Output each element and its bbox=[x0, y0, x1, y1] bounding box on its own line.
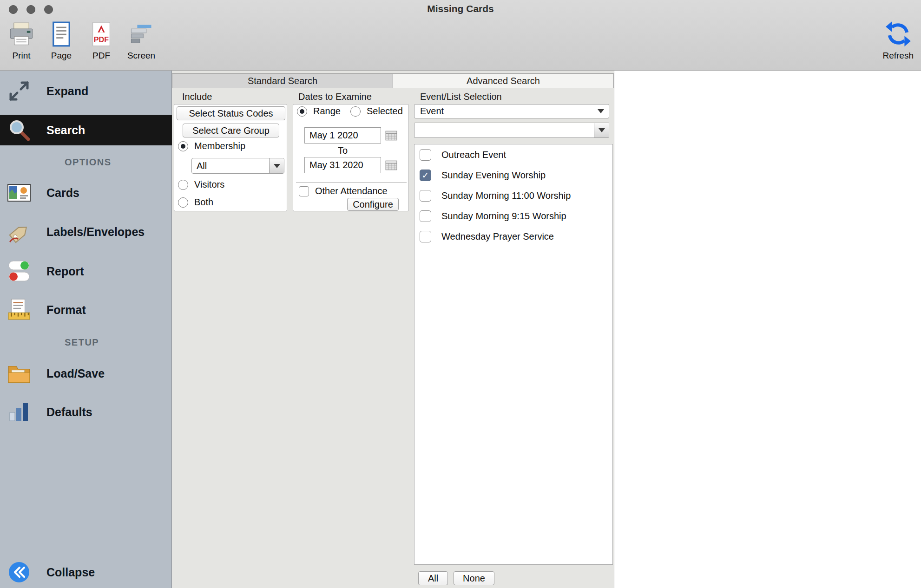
range-radio-row[interactable]: Range bbox=[297, 106, 341, 117]
sidebar-item-label: Collapse bbox=[46, 566, 95, 579]
date-from-input[interactable] bbox=[304, 127, 381, 144]
select-all-button[interactable]: All bbox=[418, 571, 448, 585]
sidebar: Expand Search OPTIONS Cards bbox=[0, 71, 172, 588]
sidebar-item-expand[interactable]: Expand bbox=[0, 76, 172, 106]
sidebar-item-label: Load/Save bbox=[46, 367, 105, 380]
visitors-radio[interactable] bbox=[178, 180, 188, 190]
search-content-area: Include Dates to Examine Event/List Sele… bbox=[172, 71, 614, 588]
event-label: Outreach Event bbox=[441, 150, 506, 160]
sidebar-divider bbox=[0, 552, 172, 552]
event-type-value: Event bbox=[420, 106, 444, 117]
chevron-down-icon[interactable] bbox=[594, 123, 609, 137]
folder-icon bbox=[6, 360, 32, 386]
sidebar-item-label: Labels/Envelopes bbox=[46, 225, 145, 239]
range-radio-label: Range bbox=[313, 106, 341, 117]
pdf-icon: PDF bbox=[88, 21, 114, 49]
membership-radio[interactable] bbox=[178, 141, 188, 151]
pdf-button[interactable]: PDF PDF bbox=[86, 21, 116, 61]
sidebar-item-collapse[interactable]: Collapse bbox=[0, 557, 172, 587]
results-panel bbox=[614, 71, 921, 588]
both-radio-row[interactable]: Both bbox=[178, 197, 213, 208]
collapse-chevrons-icon bbox=[6, 559, 32, 585]
event-checkbox[interactable] bbox=[420, 210, 431, 222]
sidebar-item-label: Search bbox=[46, 124, 85, 137]
chevron-down-icon[interactable] bbox=[269, 158, 284, 173]
print-label: Print bbox=[12, 51, 30, 61]
screen-button[interactable]: Screen bbox=[126, 21, 156, 61]
visitors-radio-label: Visitors bbox=[194, 179, 224, 190]
sidebar-section-setup: SETUP bbox=[65, 337, 99, 348]
sidebar-item-labels-envelopes[interactable]: Labels/Envelopes bbox=[0, 217, 172, 247]
dates-panel: Range Selected To bbox=[293, 104, 409, 211]
date-picker-icon[interactable] bbox=[385, 160, 397, 171]
sidebar-item-label: Report bbox=[46, 265, 84, 278]
refresh-button[interactable]: Refresh bbox=[882, 20, 914, 61]
tag-icon bbox=[6, 219, 32, 245]
screen-label: Screen bbox=[127, 51, 155, 61]
refresh-label: Refresh bbox=[882, 51, 914, 61]
event-checkbox[interactable] bbox=[420, 170, 431, 181]
event-list-box: Outreach Event Sunday Evening Worship Su… bbox=[414, 144, 613, 565]
print-button[interactable]: Print bbox=[7, 21, 36, 61]
event-row[interactable]: Outreach Event bbox=[414, 144, 612, 165]
select-care-group-button[interactable]: Select Care Group bbox=[183, 124, 279, 137]
event-type-select[interactable]: Event bbox=[414, 104, 609, 118]
sidebar-item-report[interactable]: Report bbox=[0, 256, 172, 286]
selected-radio-label: Selected bbox=[367, 106, 403, 117]
sidebar-item-label: Defaults bbox=[46, 405, 92, 419]
event-checkbox[interactable] bbox=[420, 149, 431, 161]
other-attendance-row[interactable]: Other Attendance bbox=[299, 186, 388, 196]
range-radio[interactable] bbox=[297, 106, 307, 117]
page-button[interactable]: Page bbox=[46, 21, 76, 61]
chevron-down-icon bbox=[598, 109, 604, 113]
tab-advanced-search[interactable]: Advanced Search bbox=[393, 73, 614, 88]
visitors-radio-row[interactable]: Visitors bbox=[178, 179, 224, 190]
date-picker-icon[interactable] bbox=[385, 130, 397, 141]
selected-radio-row[interactable]: Selected bbox=[350, 106, 403, 117]
sidebar-item-defaults[interactable]: Defaults bbox=[0, 397, 172, 427]
other-attendance-checkbox[interactable] bbox=[299, 186, 309, 196]
sidebar-item-format[interactable]: Format bbox=[0, 295, 172, 325]
sidebar-section-options: OPTIONS bbox=[65, 157, 112, 168]
event-row[interactable]: Sunday Morning 11:00 Worship bbox=[414, 185, 612, 206]
selected-radio[interactable] bbox=[350, 106, 361, 117]
svg-text:PDF: PDF bbox=[94, 35, 109, 44]
tab-standard-search[interactable]: Standard Search bbox=[172, 73, 393, 88]
configure-button[interactable]: Configure bbox=[347, 198, 399, 211]
membership-type-dropdown[interactable]: All bbox=[191, 158, 284, 174]
event-label: Wednesday Prayer Service bbox=[441, 231, 554, 242]
page-icon bbox=[48, 21, 74, 49]
other-attendance-label: Other Attendance bbox=[315, 186, 388, 196]
event-filter-combo[interactable] bbox=[414, 123, 609, 138]
event-label: Sunday Evening Worship bbox=[441, 170, 546, 181]
select-status-codes-button[interactable]: Select Status Codes bbox=[177, 106, 285, 120]
membership-type-value: All bbox=[192, 158, 269, 173]
window-title: Missing Cards bbox=[0, 3, 921, 14]
pdf-label: PDF bbox=[92, 51, 110, 61]
membership-radio-label: Membership bbox=[194, 141, 245, 151]
event-row[interactable]: Sunday Evening Worship bbox=[414, 165, 612, 185]
event-label: Sunday Morning 11:00 Worship bbox=[441, 190, 571, 201]
event-list-header: Event/List Selection bbox=[420, 91, 502, 102]
sidebar-item-search[interactable]: Search bbox=[0, 115, 172, 145]
event-label: Sunday Morning 9:15 Worship bbox=[441, 211, 566, 222]
event-checkbox[interactable] bbox=[420, 190, 431, 202]
sidebar-item-load-save[interactable]: Load/Save bbox=[0, 359, 172, 388]
date-to-input[interactable] bbox=[304, 157, 381, 173]
dates-header: Dates to Examine bbox=[298, 91, 372, 102]
expand-arrows-icon bbox=[6, 78, 32, 104]
event-filter-input[interactable] bbox=[414, 123, 594, 137]
both-radio[interactable] bbox=[178, 197, 188, 208]
bar-chart-icon bbox=[6, 399, 32, 425]
toggle-switches-icon bbox=[6, 258, 32, 284]
event-row[interactable]: Wednesday Prayer Service bbox=[414, 226, 612, 247]
page-label: Page bbox=[51, 51, 72, 61]
select-none-button[interactable]: None bbox=[454, 571, 494, 585]
toolbar: Print Page PDF bbox=[7, 21, 156, 61]
sidebar-item-cards[interactable]: Cards bbox=[0, 178, 172, 208]
sidebar-item-label: Format bbox=[46, 303, 86, 317]
event-checkbox[interactable] bbox=[420, 231, 431, 242]
membership-radio-row[interactable]: Membership bbox=[178, 141, 245, 151]
date-to-label: To bbox=[304, 145, 381, 156]
event-row[interactable]: Sunday Morning 9:15 Worship bbox=[414, 206, 612, 226]
